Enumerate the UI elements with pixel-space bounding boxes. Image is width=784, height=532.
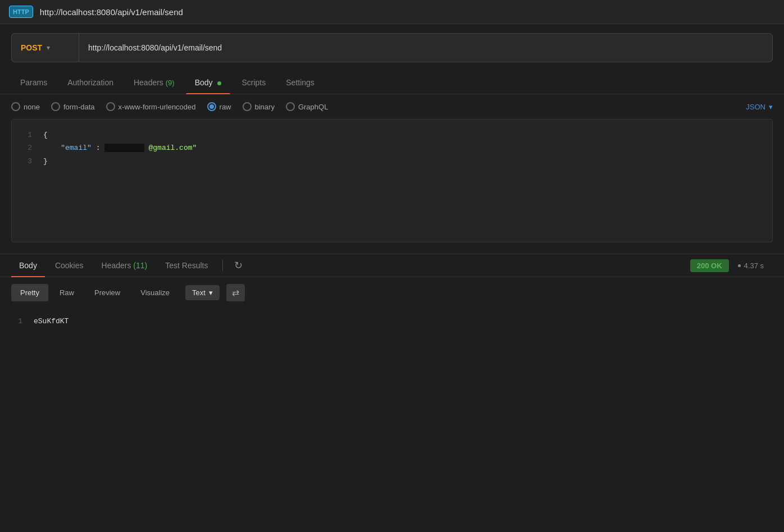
top-bar: HTTP http://localhost:8080/api/v1/email/… bbox=[0, 0, 784, 24]
text-selector[interactable]: Text ▾ bbox=[185, 285, 220, 300]
radio-circle-form-data bbox=[51, 102, 60, 111]
request-tabs-row: Params Authorization Headers (9) Body Sc… bbox=[0, 71, 784, 94]
radio-circle-graphql bbox=[286, 102, 295, 111]
tab-authorization[interactable]: Authorization bbox=[58, 71, 122, 94]
tab-divider bbox=[222, 260, 223, 271]
radio-none[interactable]: none bbox=[11, 102, 40, 111]
top-url: http://localhost:8080/api/v1/email/send bbox=[40, 7, 183, 17]
code-line-3: 3 } bbox=[21, 155, 763, 168]
radio-circle-none bbox=[11, 102, 20, 111]
body-dot bbox=[217, 81, 221, 85]
json-selector[interactable]: JSON ▾ bbox=[746, 103, 773, 111]
response-time: 4.37 s bbox=[738, 262, 764, 270]
tab-headers[interactable]: Headers (9) bbox=[125, 71, 184, 94]
radio-circle-urlencoded bbox=[106, 102, 115, 111]
tab-settings[interactable]: Settings bbox=[277, 71, 323, 94]
radio-graphql[interactable]: GraphQL bbox=[286, 102, 328, 111]
response-tab-test-results[interactable]: Test Results bbox=[157, 254, 216, 277]
code-line-1: 1 { bbox=[21, 129, 763, 141]
format-tab-visualize[interactable]: Visualize bbox=[131, 284, 179, 301]
body-type-row: none form-data x-www-form-urlencoded raw… bbox=[0, 94, 784, 119]
format-tab-raw[interactable]: Raw bbox=[51, 284, 83, 301]
history-icon[interactable]: ↻ bbox=[230, 255, 247, 276]
dot-bullet bbox=[738, 264, 741, 267]
code-line-2: 2 "email" : ████████ @gmail.com" bbox=[21, 141, 763, 154]
response-line-1: 1 eSuKfdKT bbox=[11, 315, 773, 328]
method-selector[interactable]: POST ▾ bbox=[12, 34, 79, 62]
response-tab-body[interactable]: Body bbox=[11, 254, 45, 277]
tab-params[interactable]: Params bbox=[11, 71, 56, 94]
request-bar: POST ▾ bbox=[11, 33, 773, 62]
headers-badge: (9) bbox=[166, 79, 175, 87]
tab-body[interactable]: Body bbox=[186, 71, 231, 94]
response-value: eSuKfdKT bbox=[34, 315, 69, 328]
tab-scripts[interactable]: Scripts bbox=[233, 71, 275, 94]
url-input[interactable] bbox=[79, 43, 772, 52]
wrap-icon[interactable]: ⇄ bbox=[226, 284, 245, 301]
response-tab-headers[interactable]: Headers (11) bbox=[94, 254, 156, 277]
response-tab-cookies[interactable]: Cookies bbox=[47, 254, 92, 277]
radio-circle-raw bbox=[207, 102, 216, 111]
response-body: 1 eSuKfdKT bbox=[0, 308, 784, 334]
response-tabs-row: Body Cookies Headers (11) Test Results ↻… bbox=[0, 254, 784, 277]
format-tab-preview[interactable]: Preview bbox=[85, 284, 129, 301]
radio-raw[interactable]: raw bbox=[207, 102, 231, 111]
method-label: POST bbox=[21, 43, 42, 52]
radio-form-data[interactable]: form-data bbox=[51, 102, 95, 111]
http-badge: HTTP bbox=[9, 6, 33, 18]
response-headers-badge: (11) bbox=[133, 261, 147, 270]
radio-binary[interactable]: binary bbox=[243, 102, 275, 111]
chevron-down-icon: ▾ bbox=[209, 288, 213, 297]
radio-circle-binary bbox=[243, 102, 252, 111]
format-tabs-row: Pretty Raw Preview Visualize Text ▾ ⇄ bbox=[0, 277, 784, 308]
redacted-value: ████████ bbox=[104, 144, 144, 152]
chevron-down-icon: ▾ bbox=[769, 103, 773, 111]
chevron-down-icon: ▾ bbox=[47, 44, 50, 52]
format-tab-pretty[interactable]: Pretty bbox=[11, 284, 48, 301]
code-editor[interactable]: 1 { 2 "email" : ████████ @gmail.com" 3 } bbox=[11, 119, 773, 242]
radio-urlencoded[interactable]: x-www-form-urlencoded bbox=[106, 102, 196, 111]
status-badge: 200 OK bbox=[690, 259, 729, 272]
